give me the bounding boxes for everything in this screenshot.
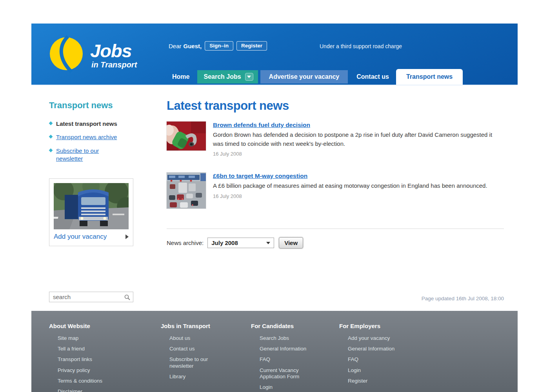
- sidebar-item-label: Transport news archive: [56, 134, 117, 140]
- footer-links: Add your vacancyGeneral InformationFAQLo…: [339, 335, 433, 384]
- nav-search-jobs[interactable]: Search Jobs: [197, 70, 258, 83]
- bullet-diamond-icon: [49, 148, 53, 152]
- footer-column-about-website: About Website Site mapTell a friendTrans…: [49, 323, 161, 392]
- nav-tab-transport-news[interactable]: Transport news: [396, 69, 463, 85]
- footer-heading: Jobs in Transport: [161, 323, 251, 329]
- view-button[interactable]: View: [279, 237, 303, 249]
- site-search: [49, 292, 133, 302]
- logo-moon-icon: [48, 34, 85, 73]
- site-header: Jobs in Transport Dear Guest, Sign–in Re…: [31, 24, 518, 85]
- footer-link[interactable]: Login: [348, 367, 403, 374]
- search-input[interactable]: [49, 292, 120, 302]
- article-title-link[interactable]: £6bn to target M-way congestion: [213, 172, 307, 180]
- footer-link[interactable]: FAQ: [260, 356, 314, 363]
- footer-heading: For Employers: [339, 323, 433, 329]
- news-archive-label: News archive:: [167, 240, 204, 246]
- logo-text: Jobs in Transport: [90, 42, 137, 69]
- search-jobs-dropdown-icon[interactable]: [245, 73, 253, 81]
- article-summary: Gordon Brown has defended a decision to …: [213, 131, 499, 148]
- footer-link[interactable]: Disclaimer: [58, 388, 113, 392]
- news-ticker-headline[interactable]: Under a third support road charge: [320, 43, 402, 49]
- footer-link[interactable]: Add your vacancy: [348, 335, 403, 341]
- footer-column-for-candidates: For Candidates Search JobsGeneral Inform…: [251, 323, 339, 392]
- footer-link[interactable]: Library: [169, 374, 224, 380]
- bullet-diamond-icon: [49, 122, 53, 125]
- site-logo[interactable]: Jobs in Transport: [48, 34, 137, 73]
- bullet-diamond-icon: [49, 135, 53, 139]
- footer-links: About usContact usSubscribe to our newsl…: [161, 335, 251, 380]
- sidebar-item-subscribe-newsletter[interactable]: Subscribe to our newsletter: [49, 147, 122, 163]
- greeting-name: Guest,: [184, 43, 202, 49]
- footer-link[interactable]: About us: [169, 335, 224, 341]
- news-article: Brown defends fuel duty decision Gordon …: [167, 122, 510, 157]
- news-archive-controls: News archive: July 2008 View: [167, 237, 303, 249]
- article-date: 16 July 2008: [213, 151, 499, 157]
- footer-links: Site mapTell a friendTransport linksPriv…: [49, 335, 161, 392]
- news-article: £6bn to target M-way congestion A £6 bil…: [167, 172, 510, 209]
- article-body: Brown defends fuel duty decision Gordon …: [213, 122, 499, 157]
- archive-month-select[interactable]: July 2008: [207, 238, 274, 248]
- sidebar-menu: Latest transport news Transport news arc…: [49, 120, 122, 168]
- magnifier-icon[interactable]: [124, 294, 130, 300]
- archive-selected-value: July 2008: [211, 240, 238, 246]
- logo-line2: in Transport: [91, 61, 137, 69]
- footer-link[interactable]: Terms & conditions: [58, 378, 113, 384]
- footer-link[interactable]: Current Vacancy Application Form: [260, 367, 314, 380]
- article-title-link[interactable]: Brown defends fuel duty decision: [213, 122, 310, 129]
- add-vacancy-row: Add your vacancy: [54, 233, 129, 241]
- add-vacancy-promo-box[interactable]: Add your vacancy: [49, 178, 133, 246]
- footer-link[interactable]: Privacy policy: [58, 367, 113, 374]
- footer-column-jobs-in-transport: Jobs in Transport About usContact usSubs…: [161, 323, 251, 392]
- footer-heading: For Candidates: [251, 323, 339, 329]
- sidebar-item-latest-news[interactable]: Latest transport news: [49, 120, 122, 128]
- footer-heading: About Website: [49, 323, 161, 329]
- footer-link[interactable]: Site map: [58, 335, 113, 341]
- motorway-photo: [167, 172, 206, 209]
- footer-link[interactable]: Register: [348, 378, 403, 384]
- sidebar-item-label: Subscribe to our newsletter: [56, 147, 99, 162]
- fuel-pump-photo: [167, 122, 206, 151]
- sign-in-button[interactable]: Sign–in: [205, 41, 233, 51]
- chevron-down-icon: [266, 242, 270, 244]
- footer-link[interactable]: Login: [260, 384, 314, 390]
- footer-link[interactable]: General Information: [260, 346, 314, 352]
- register-button[interactable]: Register: [236, 41, 267, 51]
- triangle-right-icon: [125, 234, 129, 239]
- footer-link[interactable]: Contact us: [169, 346, 224, 352]
- footer-link[interactable]: Subscribe to our newsletter: [169, 356, 224, 369]
- footer-link[interactable]: Tell a friend: [58, 346, 113, 352]
- section-divider: [167, 229, 504, 229]
- footer-link[interactable]: General Information: [348, 346, 403, 352]
- sidebar-item-news-archive[interactable]: Transport news archive: [49, 133, 122, 141]
- article-date: 16 July 2008: [213, 193, 487, 199]
- footer-link[interactable]: Transport links: [58, 356, 113, 363]
- main-navigation: Home Search Jobs Advertise your vacancy …: [167, 69, 463, 85]
- footer-link[interactable]: FAQ: [348, 356, 403, 363]
- article-body: £6bn to target M-way congestion A £6 bil…: [213, 172, 487, 209]
- article-summary: A £6 billion package of measures aimed a…: [213, 181, 487, 191]
- nav-home[interactable]: Home: [167, 73, 195, 80]
- truck-photo: [54, 183, 129, 229]
- add-vacancy-link[interactable]: Add your vacancy: [54, 233, 107, 241]
- nav-contact-us[interactable]: Contact us: [351, 73, 394, 80]
- sidebar-item-label: Latest transport news: [56, 120, 117, 127]
- page-container: Jobs in Transport Dear Guest, Sign–in Re…: [31, 24, 518, 392]
- nav-advertise-vacancy[interactable]: Advertise your vacancy: [260, 70, 348, 83]
- footer-links: Search JobsGeneral InformationFAQCurrent…: [251, 335, 339, 390]
- page-title: Latest transport news: [167, 99, 289, 113]
- greeting-prefix: Dear: [169, 43, 182, 49]
- footer-link[interactable]: Search Jobs: [260, 335, 314, 341]
- sidebar-title: Transport news: [49, 100, 113, 111]
- site-footer: About Website Site mapTell a friendTrans…: [31, 311, 518, 392]
- logo-line1: Jobs: [90, 42, 137, 60]
- user-greeting: Dear Guest, Sign–in Register: [169, 41, 267, 51]
- footer-column-for-employers: For Employers Add your vacancyGeneral In…: [339, 323, 433, 392]
- page-updated-timestamp: Page updated 16th Jul 2008, 18:00: [422, 296, 504, 301]
- nav-search-jobs-label: Search Jobs: [204, 73, 241, 80]
